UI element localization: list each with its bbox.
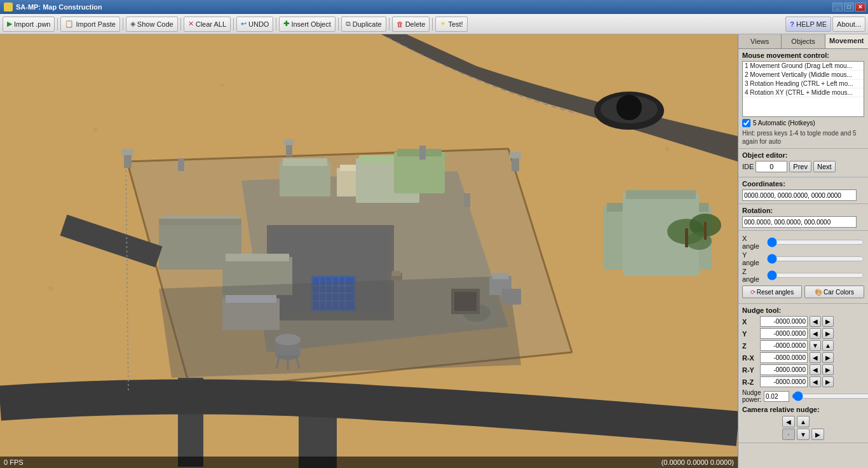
duplicate-button[interactable]: ⧉ Duplicate [341,17,386,32]
help-me-label: HELP ME [796,20,827,28]
nudge-rx-left[interactable]: ◀ [810,352,821,363]
mouse-list-item-1[interactable]: 1 Movement Ground (Drag Left mou... [743,62,864,71]
nudge-x-input[interactable] [760,316,808,327]
cam-center[interactable]: · [782,429,795,440]
cam-up[interactable]: ▲ [797,416,810,427]
nudge-rz-left[interactable]: ◀ [810,376,821,387]
nudge-rz-input[interactable] [760,376,808,387]
cam-up-left[interactable]: ◀ [782,416,795,427]
maximize-button[interactable]: □ [844,3,854,11]
action-buttons-row: ⟳ Reset angles 🎨 Car Colors [742,286,864,298]
nudge-z-arrows: ▼ ▲ [810,340,834,351]
nudge-ry-arrows: ◀ ▶ [810,364,834,375]
import-paste-label: Import Paste [76,20,115,28]
nudge-y-input[interactable] [760,328,808,339]
tab-objects[interactable]: Objects [782,34,825,48]
ide-label: IDE [742,163,754,170]
car-colors-button[interactable]: 🎨 Car Colors [804,286,864,298]
cam-down[interactable]: ▼ [797,429,810,440]
close-button[interactable]: ✕ [855,3,865,11]
mouse-list-item-3[interactable]: 3 Rotation Heading (CTRL + Left mo... [743,79,864,88]
z-angle-slider[interactable] [767,272,864,279]
svg-rect-50 [226,295,276,303]
car-colors-icon: 🎨 [815,289,822,296]
nudge-rz-row: R-Z ◀ ▶ [742,376,864,387]
nudge-y-left[interactable]: ◀ [810,328,821,339]
cam-right[interactable]: ▶ [811,429,824,440]
nudge-y-right[interactable]: ▶ [822,328,834,339]
angles-section: X angle Y angle Z angle ⟳ Reset angles 🎨… [738,231,868,304]
mouse-list-item-4[interactable]: 4 Rotation XY (CTRL + Middle mous... [743,88,864,97]
coordinates-title: Coordinates: [742,180,864,188]
test-button[interactable]: ☀ Test! [435,17,467,32]
nudge-ry-input[interactable] [760,364,808,375]
nudge-z-input[interactable] [760,340,808,351]
z-angle-label: Z angle [742,268,764,283]
rotation-title: Rotation: [742,207,864,214]
nudge-rx-input[interactable] [760,352,808,363]
separator [57,18,58,31]
nudge-rx-right[interactable]: ▶ [822,352,834,363]
ide-input[interactable] [756,161,787,172]
x-angle-label: X angle [742,235,764,250]
insert-object-button[interactable]: ✚ Insert Object [279,17,335,32]
panel-tabs: Views Objects Movement [738,34,868,49]
nudge-ry-left[interactable]: ◀ [810,364,821,375]
undo-button[interactable]: ↩ UNDO [236,17,273,32]
y-angle-slider[interactable] [767,255,864,263]
svg-rect-40 [419,146,426,160]
test-icon: ☀ [440,20,446,28]
auto-hotkeys-checkbox[interactable] [742,119,750,127]
nudge-rz-right[interactable]: ▶ [822,376,834,387]
nudge-power-input[interactable] [764,391,789,402]
delete-button[interactable]: 🗑 Delete [392,17,430,32]
viewport[interactable]: 0 FPS (0.0000 0.0000 0.0000) [0,34,738,468]
status-bar: 0 FPS (0.0000 0.0000 0.0000) [0,457,738,468]
tab-views[interactable]: Views [738,34,782,48]
svg-rect-61 [685,228,688,247]
hint-text: Hint: press keys 1-4 to togle mode and 5… [742,129,864,146]
nudge-x-arrows: ◀ ▶ [810,316,834,327]
rotation-section: Rotation: [738,204,868,231]
svg-point-60 [686,232,712,250]
nudge-tool-title: Nudge tool: [742,306,864,314]
about-button[interactable]: About... [832,17,865,32]
svg-rect-53 [502,289,521,305]
mouse-movement-list[interactable]: 1 Movement Ground (Drag Left mou... 2 Mo… [742,61,864,117]
coordinates-input[interactable] [742,189,857,201]
svg-rect-62 [704,222,707,240]
separator [180,18,181,31]
show-code-button[interactable]: ◈ Show Code [126,17,178,32]
separator [338,18,339,31]
import-paste-button[interactable]: 📋 Import Paste [60,17,119,32]
minimize-button[interactable]: _ [832,3,843,11]
svg-point-66 [221,84,224,86]
nudge-z-up[interactable]: ▲ [822,340,834,351]
tab-movement[interactable]: Movement [825,34,868,48]
test-label: Test! [448,20,463,28]
nudge-power-slider[interactable] [792,392,868,400]
prev-button[interactable]: Prev [789,161,811,172]
nudge-ry-right[interactable]: ▶ [822,364,834,375]
nudge-z-down[interactable]: ▼ [810,340,821,351]
main-layout: 0 FPS (0.0000 0.0000 0.0000) Views Objec… [0,34,868,468]
right-panel: Views Objects Movement Mouse movement co… [738,34,868,468]
nudge-x-left[interactable]: ◀ [810,316,821,327]
next-button[interactable]: Next [813,161,836,172]
mouse-list-item-2[interactable]: 2 Movement Vertically (Middle mous... [743,71,864,79]
svg-rect-48 [226,254,289,261]
import-pwn-button[interactable]: ▶ Import .pwn [3,17,55,32]
help-me-button[interactable]: ? HELP ME [785,17,831,32]
duplicate-icon: ⧉ [346,20,351,28]
reset-angles-button[interactable]: ⟳ Reset angles [742,286,802,298]
rotation-input[interactable] [742,216,857,228]
nudge-x-right[interactable]: ▶ [822,316,834,327]
clear-all-button[interactable]: ✕ Clear ALL [184,17,231,32]
mouse-movement-section: Mouse movement control: 1 Movement Groun… [738,49,868,149]
import-paste-icon: 📋 [65,20,74,28]
show-code-icon: ◈ [130,20,135,28]
svg-rect-64 [392,271,401,276]
x-angle-slider[interactable] [767,238,864,246]
z-angle-row: Z angle [742,268,864,283]
insert-object-icon: ✚ [283,20,289,28]
